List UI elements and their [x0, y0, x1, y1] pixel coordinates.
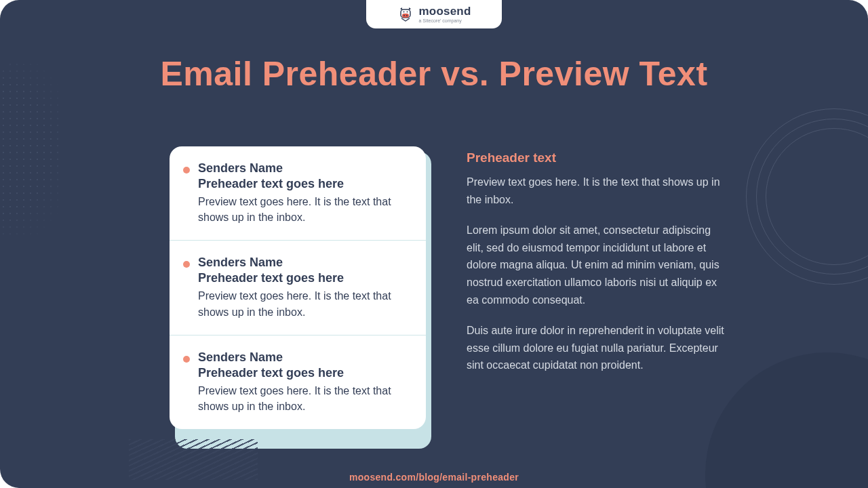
footer-url: moosend.com/blog/email-preheader	[0, 472, 868, 483]
inbox-message: Senders Name Preheader text goes here Pr…	[170, 241, 426, 335]
preview-line: Preview text goes here. It is the text t…	[198, 383, 410, 414]
preview-line: Preview text goes here. It is the text t…	[198, 194, 410, 225]
explanation-paragraph: Lorem ipsum dolor sit amet, consectetur …	[467, 222, 724, 308]
sender-name: Senders Name	[198, 161, 410, 176]
preheader-line: Preheader text goes here	[198, 271, 410, 285]
unread-dot-icon	[183, 261, 190, 268]
preheader-line: Preheader text goes here	[198, 366, 410, 380]
preview-line: Preview text goes here. It is the text t…	[198, 288, 410, 319]
svg-point-3	[406, 15, 408, 16]
logo-card: moosend a Sitecore' company	[366, 0, 502, 28]
page-title: Email Preheader vs. Preview Text	[0, 54, 868, 94]
sender-name: Senders Name	[198, 256, 410, 270]
svg-point-2	[403, 15, 405, 16]
logo-name: moosend	[419, 5, 471, 17]
svg-rect-1	[402, 14, 409, 18]
moosend-cow-icon	[397, 6, 414, 22]
svg-point-5	[406, 12, 408, 13]
preheader-line: Preheader text goes here	[198, 177, 410, 191]
inbox-card: Senders Name Preheader text goes here Pr…	[170, 146, 426, 429]
explanation-paragraph: Preview text goes here. It is the text t…	[467, 174, 724, 208]
sender-name: Senders Name	[198, 350, 410, 365]
slide-canvas: moosend a Sitecore' company Email Prehea…	[0, 0, 868, 488]
unread-dot-icon	[183, 167, 190, 174]
main-columns: Senders Name Preheader text goes here Pr…	[170, 146, 773, 429]
explanation-column: Preheader text Preview text goes here. I…	[467, 146, 724, 388]
explanation-paragraph: Duis aute irure dolor in reprehenderit i…	[467, 322, 724, 374]
logo-text: moosend a Sitecore' company	[419, 5, 471, 23]
unread-dot-icon	[183, 356, 190, 363]
inbox-message: Senders Name Preheader text goes here Pr…	[170, 146, 426, 241]
inbox-card-wrap: Senders Name Preheader text goes here Pr…	[170, 146, 426, 429]
inbox-message: Senders Name Preheader text goes here Pr…	[170, 336, 426, 429]
logo-tagline: a Sitecore' company	[419, 18, 471, 23]
explanation-heading: Preheader text	[467, 150, 724, 165]
svg-point-4	[403, 12, 404, 13]
